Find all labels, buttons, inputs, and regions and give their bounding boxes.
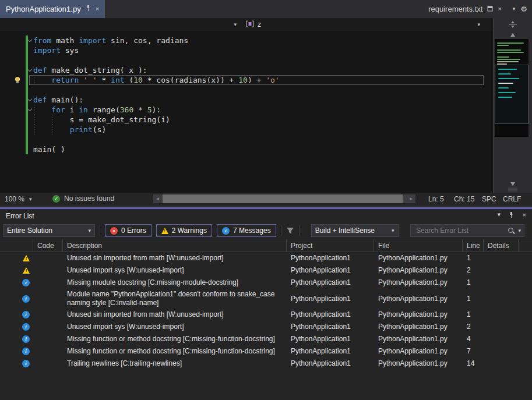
cell-project: PythonApplication1 [287, 334, 374, 345]
error-row[interactable]: !Unused sin imported from math [W:unused… [0, 252, 532, 264]
horizontal-scrollbar[interactable]: ◂ ▸ [153, 194, 415, 203]
panel-close-icon[interactable]: × [523, 211, 526, 218]
column-severity[interactable] [0, 239, 33, 252]
source-dropdown[interactable]: Build + IntelliSense ▾ [311, 224, 399, 237]
cell-line: 7 [463, 346, 484, 357]
cell-description: Trailing newlines [C:trailing-newlines] [63, 358, 287, 369]
error-row[interactable]: iMissing module docstring [C:missing-mod… [0, 277, 532, 289]
close-icon[interactable]: × [498, 6, 501, 12]
scroll-down-arrow[interactable] [510, 182, 515, 186]
cell-project: PythonApplication1 [287, 253, 374, 264]
filter-icon[interactable] [286, 227, 294, 235]
column-project[interactable]: Project [287, 239, 374, 252]
errors-filter-button[interactable]: × 0 Errors [105, 224, 152, 237]
code-line[interactable] [0, 134, 493, 144]
code-line[interactable] [0, 85, 493, 95]
fold-chevron-icon[interactable] [27, 68, 32, 72]
minimap[interactable] [495, 39, 529, 137]
cell-project: PythonApplication1 [287, 321, 374, 332]
indent-guide [52, 115, 53, 125]
error-row[interactable]: iMissing function or method docstring [C… [0, 333, 532, 345]
minimap-viewport[interactable] [495, 65, 529, 124]
cell-details [484, 298, 519, 300]
error-row[interactable]: iModule name "PythonApplication1" doesn'… [0, 289, 532, 309]
tab-label: requirements.txt [428, 5, 482, 13]
split-window-button[interactable] [494, 18, 532, 31]
cell-details [484, 282, 519, 284]
column-details[interactable]: Details [484, 239, 519, 252]
nav-member-dropdown[interactable]: z ▾ [242, 18, 484, 31]
error-list-toolbar: Entire Solution ▾ × 0 Errors ! 2 Warning… [0, 222, 532, 239]
indent-guide [34, 115, 35, 125]
messages-filter-button[interactable]: i 7 Messages [217, 224, 276, 237]
cell-file: PythonApplication1.py [374, 309, 463, 320]
tab-pythonapplication1[interactable]: PythonApplication1.py × [0, 0, 105, 18]
error-rows: !Unused sin imported from math [W:unused… [0, 252, 532, 370]
issues-indicator[interactable]: ✓ No issues found [52, 194, 114, 203]
column-file[interactable]: File [374, 239, 463, 252]
cell-severity: i [0, 310, 33, 320]
error-row[interactable]: iTrailing newlines [C:trailing-newlines]… [0, 357, 532, 370]
error-row[interactable]: iMissing function or method docstring [C… [0, 345, 532, 357]
scroll-right-arrow[interactable]: ▸ [407, 194, 415, 203]
code-line[interactable]: s = make_dot_string(i) [0, 115, 493, 125]
float-window-icon[interactable] [487, 6, 493, 13]
error-row[interactable]: iUnused sin imported from math [W:unused… [0, 309, 532, 321]
window-position-caret-icon[interactable]: ▾ [497, 211, 501, 218]
error-table-header[interactable]: Code Description Project File Line Detai… [0, 239, 532, 252]
code-line[interactable]: def main(): [0, 95, 493, 105]
chevron-down-icon[interactable]: ▾ [518, 228, 521, 233]
zoom-control[interactable]: 100 % ▾ [5, 195, 32, 203]
cell-severity: i [0, 294, 33, 304]
cell-file: PythonApplication1.py [374, 358, 463, 369]
cell-line: 1 [463, 293, 484, 305]
search-input[interactable] [415, 226, 505, 235]
fold-chevron-icon[interactable] [27, 97, 32, 102]
tab-requirements[interactable]: requirements.txt × [422, 5, 508, 13]
code-line[interactable]: from math import sin, cos, radians [0, 36, 493, 45]
cell-filler [519, 270, 532, 272]
error-row[interactable]: !Unused import sys [W:unused-import]Pyth… [0, 264, 532, 277]
pin-icon[interactable] [86, 5, 91, 13]
code-line[interactable]: main( ) [0, 144, 493, 154]
code-line[interactable]: import sys [0, 45, 493, 55]
code-line[interactable]: def make_dot_string( x ): [0, 65, 493, 75]
nav-project-dropdown[interactable]: ▾ [0, 18, 241, 31]
search-icon[interactable] [508, 227, 515, 235]
search-box[interactable]: ▾ [410, 224, 524, 237]
settings-gear-icon[interactable]: ⚙ [520, 5, 527, 13]
info-icon: i [22, 279, 30, 286]
cell-details [484, 351, 519, 353]
scrollbar-thumb[interactable] [163, 194, 403, 203]
code-line[interactable]: for i in range(360 * 5): [0, 105, 493, 115]
scrollbar-grip[interactable] [508, 187, 517, 192]
chevron-down-icon: ▾ [29, 197, 32, 202]
code-editor[interactable]: from math import sin, cos, radiansimport… [0, 31, 493, 193]
code-line[interactable] [0, 55, 493, 65]
scroll-left-arrow[interactable]: ◂ [153, 194, 162, 203]
fold-chevron-icon[interactable] [27, 107, 32, 112]
cell-project: PythonApplication1 [287, 277, 374, 288]
code-line[interactable]: print(s) [0, 125, 493, 134]
cell-project: PythonApplication1 [287, 309, 374, 320]
document-tabbar: PythonApplication1.py × requirements.txt… [0, 0, 532, 18]
warnings-filter-button[interactable]: ! 2 Warnings [156, 224, 212, 237]
lightbulb-icon[interactable] [15, 77, 20, 84]
column-line[interactable]: Line [463, 239, 484, 252]
column-code[interactable]: Code [33, 239, 63, 252]
close-icon[interactable]: × [96, 6, 99, 12]
code-line[interactable]: return ' ' * int (10 * cos(radians(x)) +… [0, 75, 493, 85]
cell-filler [519, 257, 532, 260]
nav-member-label: z [258, 20, 261, 29]
fold-chevron-icon[interactable] [27, 38, 32, 43]
panel-header[interactable]: Error List ▾ × [0, 209, 532, 222]
indent-guide [34, 105, 35, 115]
cell-line: 1 [463, 277, 484, 288]
column-description[interactable]: Description [63, 239, 287, 252]
panel-pin-icon[interactable] [509, 212, 514, 220]
tab-list-caret-icon[interactable]: ▾ [513, 6, 516, 12]
scope-dropdown[interactable]: Entire Solution ▾ [3, 224, 95, 237]
panel-title: Error List [6, 212, 34, 220]
scroll-up-arrow[interactable] [510, 33, 515, 37]
error-row[interactable]: iUnused import sys [W:unused-import]Pyth… [0, 321, 532, 333]
